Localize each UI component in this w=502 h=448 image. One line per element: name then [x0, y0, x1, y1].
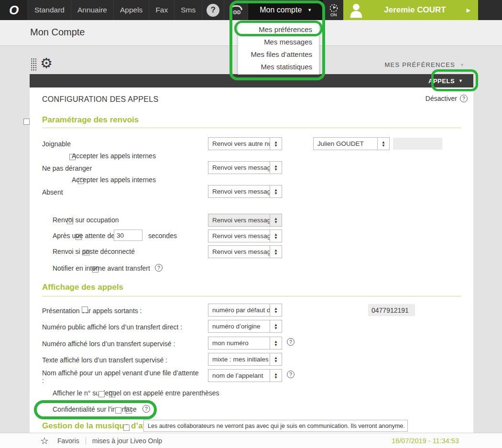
chevron-down-icon: ▼: [460, 63, 465, 67]
wait-action-select[interactable]: Renvoi vers message... ▲▼: [208, 229, 282, 242]
clock-on-icon: [329, 3, 338, 13]
arrow-right-icon: ▶: [467, 7, 470, 13]
logo-icon: O: [9, 3, 19, 18]
busy-forward-label: Renvoi sur occupation: [53, 216, 119, 224]
disconnected-forward-label: Renvoi si poste déconnecté: [53, 248, 135, 255]
section-music-heading: Gestion de la musique d’att: [42, 421, 148, 431]
busy-action-select[interactable]: Renvoi vers message... ▲▼: [208, 214, 282, 227]
wait-seconds-input[interactable]: [114, 229, 142, 241]
section-divider: [42, 128, 461, 128]
current-user-button[interactable]: Jeremie COURT ▶: [343, 0, 478, 20]
nav-item-sms[interactable]: Sms: [174, 0, 202, 20]
select-stepper[interactable]: ▲▼: [270, 337, 282, 349]
select-value: numéro par défaut d...: [208, 304, 270, 316]
select-value: Julien GOUDET: [314, 138, 377, 150]
select-stepper[interactable]: ▲▼: [270, 230, 282, 242]
calls-configuration-panel: CONFIGURATION DES APPELS Désactiver ? Pa…: [30, 87, 473, 433]
dnd-action-select[interactable]: Renvoi vers message... ▲▼: [208, 161, 282, 174]
top-navigation-bar: O Standard Annuaire Appels Fax Sms ? ⚙⚙ …: [0, 0, 502, 20]
select-stepper[interactable]: ▲▼: [270, 370, 282, 382]
section-music-checkbox[interactable]: [123, 425, 130, 431]
section-forwarding-checkbox[interactable]: [23, 119, 30, 125]
availability-toggle[interactable]: ON: [323, 0, 343, 20]
reachable-target-select[interactable]: Julien GOUDET ▲▼: [313, 137, 390, 150]
select-value: Renvoi vers message...: [208, 162, 270, 174]
select-value: nom de l’appelant: [208, 370, 270, 382]
reachable-label: Joignable: [42, 140, 71, 148]
menu-item-mes-preferences[interactable]: Mes préférences: [238, 23, 319, 36]
help-icon: ?: [207, 4, 219, 17]
absent-label: Absent: [42, 188, 63, 196]
nav-item-fax[interactable]: Fax: [149, 0, 174, 20]
deactivate-link[interactable]: Désactiver ?: [426, 95, 468, 102]
select-value: Renvoi vers message...: [208, 246, 270, 258]
outgoing-presentation-select[interactable]: numéro par défaut d... ▲▼: [208, 304, 282, 317]
menu-item-mes-statistiques[interactable]: Mes statistiques: [238, 61, 319, 73]
user-silhouette-icon: [349, 2, 363, 18]
topbar-filler: [478, 0, 502, 20]
question-help-icon[interactable]: ?: [155, 264, 163, 272]
accept-internal-label: Accepter les appels internes: [72, 176, 156, 184]
tab-appels[interactable]: APPELS: [428, 77, 455, 85]
outgoing-presentation-checkbox[interactable]: [82, 306, 88, 313]
select-stepper[interactable]: ▲▼: [270, 246, 282, 258]
select-stepper[interactable]: ▲▼: [270, 304, 282, 316]
wait-label-after: secondes: [148, 232, 177, 240]
widget-settings-button[interactable]: ⚙: [40, 56, 53, 70]
number-supervised-transfer-select[interactable]: mon numéro ▲▼: [208, 337, 282, 350]
select-stepper[interactable]: ▲▼: [270, 214, 282, 226]
phone-settings-button[interactable]: ⚙⚙: [224, 0, 248, 20]
menu-item-mes-messages[interactable]: Mes messages: [238, 36, 319, 48]
gear-icon: ⚙: [40, 55, 53, 71]
select-value: Renvoi vers autre nu...: [208, 138, 270, 150]
help-button[interactable]: ?: [202, 0, 224, 20]
public-number-direct-transfer-select[interactable]: numéro d’origine ▲▼: [208, 320, 282, 333]
nav-item-standard[interactable]: Standard: [28, 0, 71, 20]
question-help-icon[interactable]: ?: [287, 338, 295, 346]
select-value: mon numéro: [208, 337, 270, 349]
text-supervised-transfer-select[interactable]: mixte : mes initiales ... ▲▼: [208, 353, 282, 366]
show-called-number-right-checkbox[interactable]: [98, 391, 105, 397]
panel-title: CONFIGURATION DES APPELS: [42, 95, 158, 104]
select-stepper[interactable]: ▲▼: [377, 138, 389, 150]
select-value: Renvoi vers message...: [208, 186, 270, 197]
select-stepper[interactable]: ▲▼: [270, 186, 282, 197]
question-help-icon[interactable]: ?: [142, 405, 150, 413]
widget-title-bar: APPELS ▼: [30, 74, 473, 87]
account-dropdown-menu: Mes préférences Mes messages Mes files d…: [238, 22, 319, 75]
chevron-down-icon[interactable]: ▼: [458, 79, 463, 83]
select-stepper[interactable]: ▲▼: [270, 162, 282, 174]
phone-settings-icon: ⚙⚙: [230, 5, 242, 15]
question-help-icon[interactable]: ?: [287, 371, 295, 378]
app-logo[interactable]: O: [0, 0, 28, 20]
star-icon[interactable]: ☆: [40, 436, 49, 446]
select-value: numéro d’origine: [208, 320, 270, 332]
favorites-link[interactable]: Favoris: [57, 437, 79, 445]
timestamp: 16/07/2019 - 11:34:53: [392, 437, 459, 445]
show-called-number-label: Afficher le n° sur lequel on est appelé …: [53, 389, 219, 397]
select-stepper[interactable]: ▲▼: [270, 138, 282, 150]
nav-item-appels[interactable]: Appels: [113, 0, 149, 20]
public-number-direct-transfer-label: Numéro public affiché lors d’un transfer…: [42, 323, 182, 331]
privacy-label: Confidentialité sur l’interface: [53, 405, 137, 413]
privacy-tooltip: Les autres collaborateurs ne verront pas…: [143, 420, 408, 432]
queue-caller-name-select[interactable]: nom de l’appelant ▲▼: [208, 369, 282, 382]
account-menu-button[interactable]: Mon compte ▼: [248, 0, 323, 20]
menu-item-mes-files-attentes[interactable]: Mes files d’attentes: [238, 48, 319, 61]
question-help-icon[interactable]: ?: [460, 95, 468, 102]
preferences-selector[interactable]: MES PRÉFÉRENCES ▼: [385, 61, 465, 68]
drag-handle[interactable]: [31, 58, 37, 71]
updates-link[interactable]: mises à jour Liveo Onlp: [92, 437, 162, 445]
privacy-right-checkbox[interactable]: [115, 407, 121, 414]
default-number-field: 0477912191: [368, 304, 415, 316]
footer-divider: [86, 437, 86, 445]
disconnected-action-select[interactable]: Renvoi vers message... ▲▼: [208, 245, 282, 258]
preferences-selector-label: MES PRÉFÉRENCES: [385, 61, 455, 68]
select-stepper[interactable]: ▲▼: [270, 320, 282, 332]
select-stepper[interactable]: ▲▼: [270, 353, 282, 365]
absent-action-select[interactable]: Renvoi vers message... ▲▼: [208, 185, 282, 198]
nav-item-annuaire[interactable]: Annuaire: [71, 0, 113, 20]
reachable-action-select[interactable]: Renvoi vers autre nu... ▲▼: [208, 137, 282, 150]
user-name: Jeremie COURT: [363, 5, 467, 15]
section-forwarding-heading: Paramétrage des renvois: [42, 115, 139, 125]
